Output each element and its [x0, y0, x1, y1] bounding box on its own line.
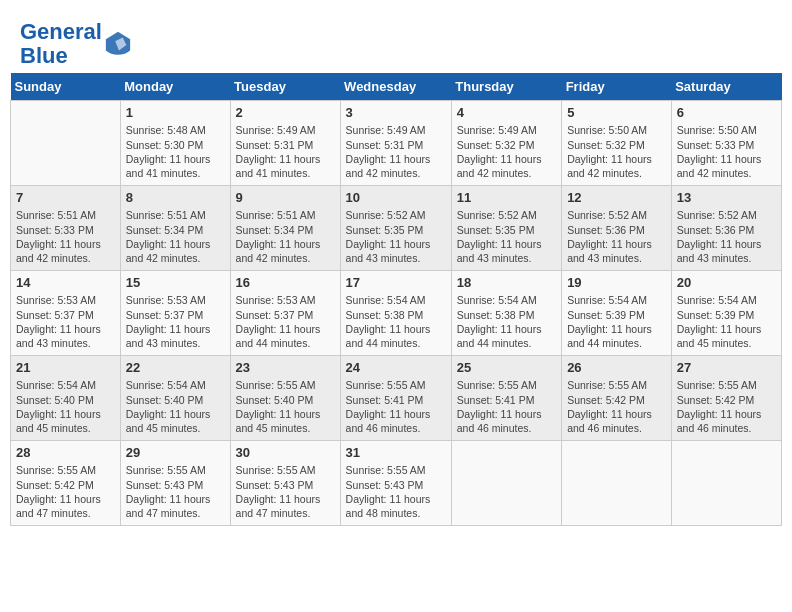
calendar-cell: 25Sunrise: 5:55 AM Sunset: 5:41 PM Dayli…	[451, 356, 561, 441]
col-header-saturday: Saturday	[671, 73, 781, 101]
calendar-cell: 26Sunrise: 5:55 AM Sunset: 5:42 PM Dayli…	[562, 356, 672, 441]
day-number: 30	[236, 445, 335, 460]
day-detail: Sunrise: 5:53 AM Sunset: 5:37 PM Dayligh…	[236, 293, 335, 350]
col-header-monday: Monday	[120, 73, 230, 101]
calendar-cell: 30Sunrise: 5:55 AM Sunset: 5:43 PM Dayli…	[230, 441, 340, 526]
calendar-cell	[11, 101, 121, 186]
calendar-cell: 19Sunrise: 5:54 AM Sunset: 5:39 PM Dayli…	[562, 271, 672, 356]
day-detail: Sunrise: 5:49 AM Sunset: 5:32 PM Dayligh…	[457, 123, 556, 180]
calendar-cell: 31Sunrise: 5:55 AM Sunset: 5:43 PM Dayli…	[340, 441, 451, 526]
day-number: 20	[677, 275, 776, 290]
day-detail: Sunrise: 5:53 AM Sunset: 5:37 PM Dayligh…	[126, 293, 225, 350]
col-header-wednesday: Wednesday	[340, 73, 451, 101]
day-number: 1	[126, 105, 225, 120]
day-detail: Sunrise: 5:49 AM Sunset: 5:31 PM Dayligh…	[346, 123, 446, 180]
day-number: 17	[346, 275, 446, 290]
day-detail: Sunrise: 5:51 AM Sunset: 5:34 PM Dayligh…	[126, 208, 225, 265]
calendar-week-1: 1Sunrise: 5:48 AM Sunset: 5:30 PM Daylig…	[11, 101, 782, 186]
day-number: 28	[16, 445, 115, 460]
calendar-table: SundayMondayTuesdayWednesdayThursdayFrid…	[10, 73, 782, 526]
day-detail: Sunrise: 5:52 AM Sunset: 5:36 PM Dayligh…	[567, 208, 666, 265]
day-number: 16	[236, 275, 335, 290]
day-detail: Sunrise: 5:55 AM Sunset: 5:43 PM Dayligh…	[126, 463, 225, 520]
day-number: 18	[457, 275, 556, 290]
day-detail: Sunrise: 5:54 AM Sunset: 5:38 PM Dayligh…	[346, 293, 446, 350]
day-detail: Sunrise: 5:49 AM Sunset: 5:31 PM Dayligh…	[236, 123, 335, 180]
day-number: 31	[346, 445, 446, 460]
logo-icon	[104, 30, 132, 58]
calendar-cell: 1Sunrise: 5:48 AM Sunset: 5:30 PM Daylig…	[120, 101, 230, 186]
col-header-tuesday: Tuesday	[230, 73, 340, 101]
calendar-week-2: 7Sunrise: 5:51 AM Sunset: 5:33 PM Daylig…	[11, 186, 782, 271]
day-detail: Sunrise: 5:53 AM Sunset: 5:37 PM Dayligh…	[16, 293, 115, 350]
logo-text: General Blue	[20, 20, 102, 68]
col-header-friday: Friday	[562, 73, 672, 101]
calendar-cell: 27Sunrise: 5:55 AM Sunset: 5:42 PM Dayli…	[671, 356, 781, 441]
day-detail: Sunrise: 5:50 AM Sunset: 5:33 PM Dayligh…	[677, 123, 776, 180]
calendar-cell	[451, 441, 561, 526]
day-number: 21	[16, 360, 115, 375]
calendar-cell: 9Sunrise: 5:51 AM Sunset: 5:34 PM Daylig…	[230, 186, 340, 271]
calendar-cell: 21Sunrise: 5:54 AM Sunset: 5:40 PM Dayli…	[11, 356, 121, 441]
day-detail: Sunrise: 5:52 AM Sunset: 5:35 PM Dayligh…	[457, 208, 556, 265]
day-number: 11	[457, 190, 556, 205]
day-number: 9	[236, 190, 335, 205]
day-detail: Sunrise: 5:55 AM Sunset: 5:42 PM Dayligh…	[677, 378, 776, 435]
day-number: 26	[567, 360, 666, 375]
day-number: 10	[346, 190, 446, 205]
calendar-week-3: 14Sunrise: 5:53 AM Sunset: 5:37 PM Dayli…	[11, 271, 782, 356]
calendar-cell: 10Sunrise: 5:52 AM Sunset: 5:35 PM Dayli…	[340, 186, 451, 271]
col-header-sunday: Sunday	[11, 73, 121, 101]
calendar-cell: 6Sunrise: 5:50 AM Sunset: 5:33 PM Daylig…	[671, 101, 781, 186]
calendar-cell: 22Sunrise: 5:54 AM Sunset: 5:40 PM Dayli…	[120, 356, 230, 441]
calendar-cell: 11Sunrise: 5:52 AM Sunset: 5:35 PM Dayli…	[451, 186, 561, 271]
day-detail: Sunrise: 5:51 AM Sunset: 5:33 PM Dayligh…	[16, 208, 115, 265]
day-detail: Sunrise: 5:55 AM Sunset: 5:42 PM Dayligh…	[567, 378, 666, 435]
day-number: 7	[16, 190, 115, 205]
day-number: 24	[346, 360, 446, 375]
calendar-cell: 14Sunrise: 5:53 AM Sunset: 5:37 PM Dayli…	[11, 271, 121, 356]
day-detail: Sunrise: 5:54 AM Sunset: 5:39 PM Dayligh…	[567, 293, 666, 350]
calendar-cell: 28Sunrise: 5:55 AM Sunset: 5:42 PM Dayli…	[11, 441, 121, 526]
calendar-cell: 8Sunrise: 5:51 AM Sunset: 5:34 PM Daylig…	[120, 186, 230, 271]
day-number: 2	[236, 105, 335, 120]
day-detail: Sunrise: 5:51 AM Sunset: 5:34 PM Dayligh…	[236, 208, 335, 265]
day-number: 14	[16, 275, 115, 290]
calendar-cell: 7Sunrise: 5:51 AM Sunset: 5:33 PM Daylig…	[11, 186, 121, 271]
day-number: 5	[567, 105, 666, 120]
day-number: 29	[126, 445, 225, 460]
day-number: 23	[236, 360, 335, 375]
calendar-cell: 18Sunrise: 5:54 AM Sunset: 5:38 PM Dayli…	[451, 271, 561, 356]
day-number: 22	[126, 360, 225, 375]
calendar-cell: 16Sunrise: 5:53 AM Sunset: 5:37 PM Dayli…	[230, 271, 340, 356]
calendar-cell	[671, 441, 781, 526]
day-detail: Sunrise: 5:50 AM Sunset: 5:32 PM Dayligh…	[567, 123, 666, 180]
calendar-week-4: 21Sunrise: 5:54 AM Sunset: 5:40 PM Dayli…	[11, 356, 782, 441]
day-detail: Sunrise: 5:55 AM Sunset: 5:43 PM Dayligh…	[346, 463, 446, 520]
calendar-cell	[562, 441, 672, 526]
day-detail: Sunrise: 5:55 AM Sunset: 5:41 PM Dayligh…	[346, 378, 446, 435]
day-number: 4	[457, 105, 556, 120]
calendar-cell: 29Sunrise: 5:55 AM Sunset: 5:43 PM Dayli…	[120, 441, 230, 526]
day-detail: Sunrise: 5:55 AM Sunset: 5:42 PM Dayligh…	[16, 463, 115, 520]
day-detail: Sunrise: 5:54 AM Sunset: 5:40 PM Dayligh…	[16, 378, 115, 435]
day-number: 12	[567, 190, 666, 205]
day-number: 19	[567, 275, 666, 290]
day-detail: Sunrise: 5:48 AM Sunset: 5:30 PM Dayligh…	[126, 123, 225, 180]
calendar-cell: 12Sunrise: 5:52 AM Sunset: 5:36 PM Dayli…	[562, 186, 672, 271]
day-detail: Sunrise: 5:55 AM Sunset: 5:40 PM Dayligh…	[236, 378, 335, 435]
calendar-cell: 20Sunrise: 5:54 AM Sunset: 5:39 PM Dayli…	[671, 271, 781, 356]
day-detail: Sunrise: 5:52 AM Sunset: 5:35 PM Dayligh…	[346, 208, 446, 265]
calendar-cell: 4Sunrise: 5:49 AM Sunset: 5:32 PM Daylig…	[451, 101, 561, 186]
day-detail: Sunrise: 5:55 AM Sunset: 5:41 PM Dayligh…	[457, 378, 556, 435]
day-detail: Sunrise: 5:54 AM Sunset: 5:38 PM Dayligh…	[457, 293, 556, 350]
day-number: 15	[126, 275, 225, 290]
day-detail: Sunrise: 5:52 AM Sunset: 5:36 PM Dayligh…	[677, 208, 776, 265]
day-number: 8	[126, 190, 225, 205]
calendar-cell: 2Sunrise: 5:49 AM Sunset: 5:31 PM Daylig…	[230, 101, 340, 186]
page-header: General Blue	[10, 10, 782, 73]
day-number: 25	[457, 360, 556, 375]
day-detail: Sunrise: 5:54 AM Sunset: 5:39 PM Dayligh…	[677, 293, 776, 350]
calendar-cell: 23Sunrise: 5:55 AM Sunset: 5:40 PM Dayli…	[230, 356, 340, 441]
calendar-cell: 17Sunrise: 5:54 AM Sunset: 5:38 PM Dayli…	[340, 271, 451, 356]
